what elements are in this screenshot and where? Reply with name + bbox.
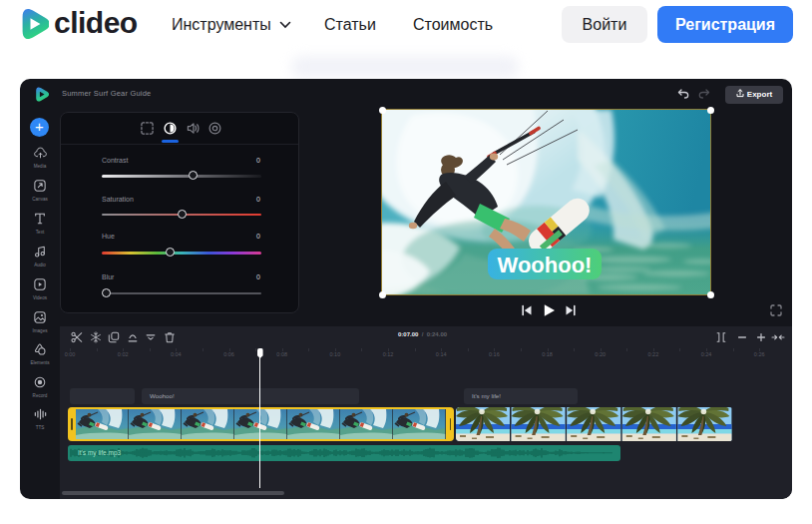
svg-text:Woohoo!: Woohoo! — [498, 253, 593, 277]
